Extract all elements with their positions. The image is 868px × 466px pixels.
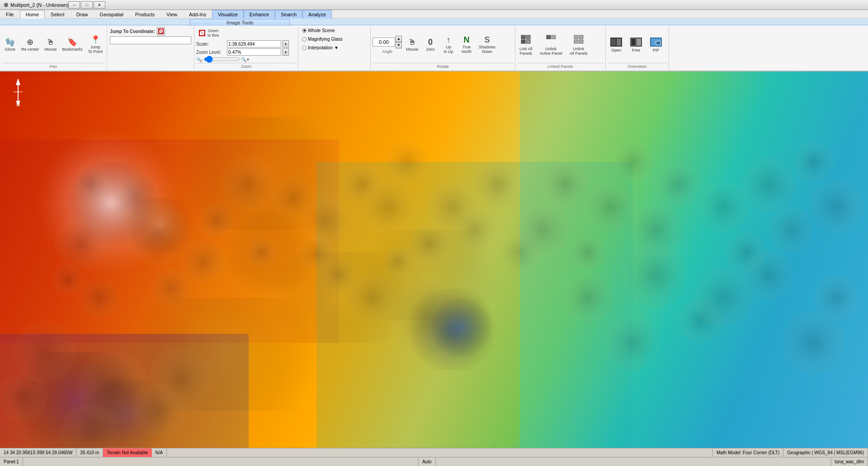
jump-to-point-button[interactable]: 📍 Jump To Point (86, 34, 105, 55)
overview-open-button[interactable]: Open (608, 36, 625, 54)
overview-free-button[interactable]: Free (627, 36, 645, 54)
terrain-canvas (0, 71, 868, 452)
angle-down-btn[interactable]: ▼ (396, 42, 402, 48)
jump-coordinate-area: Jump To Coordinate: x (107, 26, 194, 70)
tab-geospatial[interactable]: Geospatial (94, 10, 129, 19)
overview-pip-button[interactable]: PiP (647, 36, 665, 54)
maximize-button[interactable]: □ (81, 1, 93, 9)
scale-label: Scale: (196, 42, 226, 47)
bookmarks-button[interactable]: 🔖 Bookmarks (60, 37, 85, 53)
glove-button[interactable]: 🧤 Glove (2, 37, 18, 53)
jump-to-point-icon: 📍 (90, 36, 100, 44)
whole-scene-radio (302, 29, 307, 33)
jump-coord-box-btn[interactable] (157, 27, 165, 35)
zoom-label: Zoom Level: (196, 50, 226, 55)
rotate-group: ▲ ▼ Angle 🖱 Mouse 0 Zero ↑ Up is Up (371, 26, 515, 70)
window-controls: ─ □ ✕ (68, 1, 105, 9)
terrain-view[interactable]: N (0, 71, 868, 452)
linked-panels-group: Link All Panels Unlink Active Panel Unli… (515, 26, 606, 70)
math-model-status: Math Model: Four Corner (DLT) (713, 448, 783, 457)
auto-status: Auto (419, 457, 436, 466)
whole-scene-button[interactable]: Whole Scene (300, 27, 336, 34)
tab-file[interactable]: File (0, 10, 20, 19)
main-content: N (0, 71, 868, 452)
up-is-up-icon: ↑ (447, 35, 451, 45)
true-north-button[interactable]: N True North (458, 34, 475, 55)
jump-coord-input[interactable] (110, 36, 191, 44)
svg-rect-19 (637, 38, 641, 46)
svg-rect-13 (579, 40, 583, 43)
svg-line-1 (159, 29, 163, 33)
ribbon: 🧤 Glove ⊕ Re-center 🖱 Mouse 🔖 Bookmarks … (0, 25, 868, 71)
svg-rect-16 (617, 38, 621, 46)
unlink-all-panels-button[interactable]: Unlink All Panels (567, 32, 590, 57)
svg-text:N: N (16, 102, 19, 107)
scale-dropdown[interactable]: ▼ (283, 40, 289, 48)
zoom-slider[interactable] (204, 57, 240, 62)
angle-label: Angle (382, 49, 392, 54)
panel-status: Panel.1 (0, 457, 23, 466)
toolbar-tabs: File Home Select Draw Geospatial Product… (0, 10, 868, 19)
mouse-pan-button[interactable]: 🖱 Mouse (42, 37, 59, 53)
glove-icon: 🧤 (5, 38, 15, 46)
angle-input[interactable] (373, 38, 395, 47)
spacer3-status (436, 457, 831, 466)
tab-select[interactable]: Select (45, 10, 71, 19)
tab-enhance[interactable]: Enhance (244, 10, 275, 19)
recenter-button[interactable]: ⊕ Re-center (19, 37, 42, 53)
overview-free-icon (630, 37, 642, 48)
zoom-input[interactable] (227, 48, 281, 56)
up-is-up-button[interactable]: ↑ Up is Up (440, 34, 457, 55)
close-button[interactable]: ✕ (94, 1, 105, 9)
svg-rect-15 (611, 38, 616, 46)
title-bar: ⊗ Multiport_2 (N - Unknown) ─ □ ✕ (0, 0, 868, 10)
angle-up-btn[interactable]: ▲ (396, 36, 402, 42)
status-bar: 14 34 20.9581S 099 54 29.0460W 35.410 m … (0, 448, 868, 457)
title-text: Multiport_2 (N - Unknown) (10, 2, 68, 8)
zoom-plus-icon: 🔍+ (241, 57, 249, 62)
magnifying-glass-button[interactable]: Magnifying Glass (300, 36, 344, 43)
svg-marker-24 (16, 78, 20, 85)
rotate-group-label: Rotate (373, 63, 513, 69)
pan-group-label: Pan (2, 63, 105, 69)
svg-rect-12 (574, 40, 578, 43)
zoom-minus-icon: 🔍- (196, 57, 203, 62)
spacer2-status (23, 457, 419, 466)
tab-analyze[interactable]: Analyze (302, 10, 332, 19)
shadows-down-button[interactable]: S Shadows Down (476, 34, 498, 55)
overview-open-icon (610, 37, 623, 48)
scale-input[interactable] (227, 40, 281, 48)
tab-addins[interactable]: Add-Ins (183, 10, 212, 19)
mouse-rotate-button[interactable]: 🖱 Mouse (404, 36, 420, 53)
link-all-panels-button[interactable]: Link All Panels (517, 32, 535, 57)
overviews-group: Open Free PiP Overviews (606, 26, 669, 70)
pan-group: 🧤 Glove ⊕ Re-center 🖱 Mouse 🔖 Bookmarks … (0, 26, 107, 70)
title-bar-icon: ⊗ (4, 1, 9, 8)
viewport-group: Whole Scene Magnifying Glass Interpolati… (298, 26, 371, 70)
image-tools-bar: Image Tools x (0, 19, 868, 25)
minimize-button[interactable]: ─ (68, 1, 80, 9)
zoom-to-box-button[interactable]: Zoom to Box (196, 27, 222, 39)
zoom-box-icon (198, 29, 206, 37)
tab-home[interactable]: Home (20, 10, 45, 19)
bookmarks-icon: 🔖 (67, 38, 77, 46)
tab-products[interactable]: Products (129, 10, 160, 19)
svg-rect-22 (656, 41, 660, 45)
svg-rect-5 (526, 35, 530, 39)
svg-rect-6 (521, 40, 525, 43)
coordinates-status: 14 34 20.9581S 099 54 29.0460W (0, 448, 76, 457)
tab-search[interactable]: Search (275, 10, 302, 19)
image-tools-label: Image Tools (190, 19, 290, 26)
tab-view[interactable]: View (160, 10, 183, 19)
tab-draw[interactable]: Draw (71, 10, 94, 19)
zoom-group-label: Zoom (196, 63, 296, 69)
svg-rect-18 (631, 38, 636, 46)
tab-visualize[interactable]: Visualize (212, 10, 244, 19)
svg-rect-10 (574, 35, 578, 39)
mouse-pan-icon: 🖱 (47, 38, 55, 46)
interpolation-button[interactable]: Interpolation ▼ (300, 44, 340, 51)
unlink-active-panel-button[interactable]: Unlink Active Panel (538, 32, 565, 57)
angle-area: ▲ ▼ Angle (373, 36, 402, 54)
zoom-dropdown[interactable]: ▼ (283, 48, 289, 56)
zero-rotate-button[interactable]: 0 Zero (422, 36, 439, 53)
